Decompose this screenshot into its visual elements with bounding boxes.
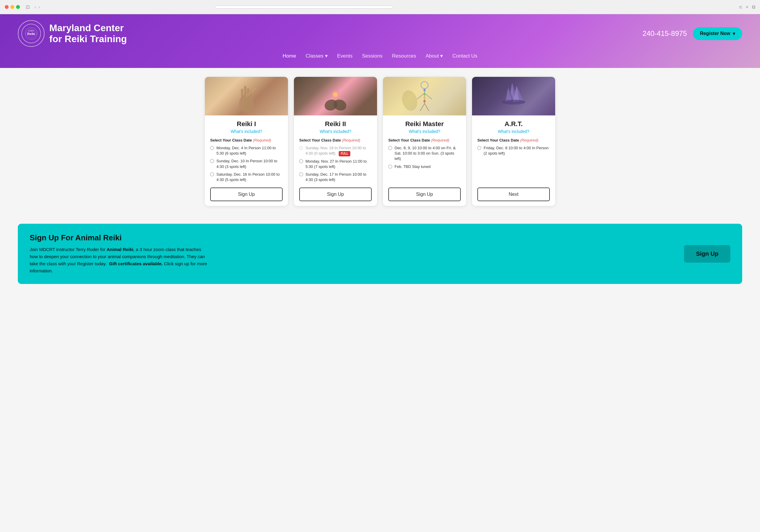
url-bar[interactable] (215, 6, 393, 9)
reiki2-title: Reiki II (299, 120, 372, 128)
nav-item-events[interactable]: Events (337, 53, 353, 59)
nav-item-home[interactable]: Home (283, 53, 296, 59)
reikimaster-option2[interactable]: Feb. TBD Stay tuned (388, 164, 461, 169)
reiki2-option1[interactable]: Sunday, Nov. 19 In Person 10:00 to 4:30 … (299, 145, 372, 156)
art-required: (Required) (520, 138, 538, 142)
header-right: 240-415-8975 Register Now ▾ (642, 27, 742, 40)
traffic-lights (5, 5, 20, 9)
svg-line-20 (425, 104, 429, 111)
reiki1-body: Reiki I What's included? Select Your Cla… (205, 115, 288, 206)
cards-section: Reiki I What's included? Select Your Cla… (0, 68, 760, 218)
reiki1-option2[interactable]: Sunday, Dec. 10 In Person 10:00 to 4:30 … (210, 158, 283, 169)
reiki1-image (205, 77, 288, 115)
tabs-overview-icon[interactable]: ⧉ (752, 4, 755, 10)
nav-item-contact[interactable]: Contact Us (452, 53, 477, 59)
register-now-button[interactable]: Register Now ▾ (693, 27, 742, 40)
reiki2-date-label: Select Your Class Date (Required) (299, 138, 372, 142)
art-body: A.R.T. What's included? Select Your Clas… (472, 115, 555, 206)
chevron-down-icon: ▾ (733, 31, 735, 36)
reikimaster-title: Reiki Master (388, 120, 461, 128)
forward-button[interactable]: › (38, 4, 40, 10)
animal-reiki-title: Sign Up For Animal Reiki (30, 233, 208, 243)
art-option1[interactable]: Friday, Dec. 8 10:00 to 4:00 In Person (… (477, 145, 550, 156)
logo-area: Learn Reiki Maryland Center for Reiki Tr… (18, 20, 127, 47)
svg-line-19 (420, 104, 425, 111)
svg-point-25 (401, 89, 419, 112)
svg-point-15 (421, 82, 428, 89)
svg-point-10 (332, 98, 348, 112)
site-title-line2: for Reiki Training (49, 33, 127, 45)
reiki2-options: Sunday, Nov. 19 In Person 10:00 to 4:30 … (299, 145, 372, 183)
browser-chrome: ⊡ ‹ › ⎋ + ⧉ (0, 0, 760, 14)
site-title-line1: Maryland Center (49, 22, 127, 33)
share-icon[interactable]: ⎋ (739, 4, 742, 10)
reiki2-body: Reiki II What's included? Select Your Cl… (294, 115, 377, 206)
reikimaster-image (383, 77, 466, 115)
reikimaster-required: (Required) (431, 138, 449, 142)
reikimaster-signup-button[interactable]: Sign Up (388, 188, 461, 201)
site-header: Learn Reiki Maryland Center for Reiki Tr… (0, 14, 760, 68)
minimize-button-tl[interactable] (10, 5, 14, 9)
logo-circle: Learn Reiki (18, 20, 45, 47)
nav-item-resources[interactable]: Resources (392, 53, 416, 59)
reiki2-image (294, 77, 377, 115)
svg-rect-6 (241, 89, 243, 102)
site-title: Maryland Center for Reiki Training (49, 22, 127, 45)
phone-number[interactable]: 240-415-8975 (642, 29, 687, 38)
svg-rect-4 (244, 86, 246, 102)
reikimaster-date-label: Select Your Class Date (Required) (388, 138, 461, 142)
animal-reiki-desc: Join MDCRT instructor Terry Roder for An… (30, 246, 208, 275)
svg-point-21 (423, 89, 426, 91)
reiki2-signup-button[interactable]: Sign Up (299, 188, 372, 201)
site-nav: Home Classes ▾ Events Sessions Resources… (18, 52, 742, 59)
reikimaster-card: Reiki Master What's included? Select You… (383, 77, 466, 206)
reiki1-options: Monday, Dec. 4 In Person 11:00 to 5:30 (… (210, 145, 283, 183)
back-button[interactable]: ‹ (34, 4, 36, 10)
reiki2-option2[interactable]: Monday, Nov. 27 In Person 11:00 to 5:30 … (299, 159, 372, 169)
close-button-tl[interactable] (5, 5, 9, 9)
art-next-button[interactable]: Next (477, 188, 550, 201)
full-badge: FULL (339, 151, 351, 156)
header-top: Learn Reiki Maryland Center for Reiki Tr… (18, 20, 742, 47)
art-options: Friday, Dec. 8 10:00 to 4:00 In Person (… (477, 145, 550, 183)
browser-nav: ‹ › (34, 4, 40, 10)
reiki1-card: Reiki I What's included? Select Your Cla… (205, 77, 288, 206)
reiki2-card: Reiki II What's included? Select Your Cl… (294, 77, 377, 206)
reiki2-option3[interactable]: Sunday, Dec. 17 In Person 10:00 to 4:30 … (299, 172, 372, 183)
reiki1-date-label: Select Your Class Date (Required) (210, 138, 283, 142)
logo-svg: Learn Reiki (21, 23, 42, 44)
svg-point-24 (423, 100, 426, 102)
reiki1-subtitle[interactable]: What's included? (210, 129, 283, 134)
sidebar-toggle-icon[interactable]: ⊡ (26, 4, 30, 10)
svg-point-23 (423, 96, 426, 99)
new-tab-icon[interactable]: + (746, 4, 748, 10)
nav-item-about[interactable]: About ▾ (426, 53, 443, 59)
art-subtitle[interactable]: What's included? (477, 129, 550, 134)
nav-item-classes[interactable]: Classes ▾ (306, 53, 327, 59)
reikimaster-option1[interactable]: Dec. 8, 9, 10 10:00 to 4:00 on Fri. & Sa… (388, 145, 461, 162)
website: Learn Reiki Maryland Center for Reiki Tr… (0, 14, 760, 532)
reiki1-option1[interactable]: Monday, Dec. 4 In Person 11:00 to 5:30 (… (210, 145, 283, 156)
art-card: A.R.T. What's included? Select Your Clas… (472, 77, 555, 206)
reiki1-required: (Required) (253, 138, 271, 142)
nav-item-sessions[interactable]: Sessions (362, 53, 383, 59)
maximize-button-tl[interactable] (16, 5, 20, 9)
browser-actions: ⎋ + ⧉ (739, 4, 755, 10)
art-date-label: Select Your Class Date (Required) (477, 138, 550, 142)
svg-point-32 (502, 100, 525, 105)
animal-reiki-section: Sign Up For Animal Reiki Join MDCRT inst… (18, 224, 742, 284)
reikimaster-subtitle[interactable]: What's included? (388, 129, 461, 134)
svg-point-14 (333, 92, 338, 97)
reikimaster-options: Dec. 8, 9, 10 10:00 to 4:00 on Fri. & Sa… (388, 145, 461, 183)
reiki1-signup-button[interactable]: Sign Up (210, 188, 283, 201)
animal-reiki-signup-button[interactable]: Sign Up (684, 245, 730, 263)
reiki2-subtitle[interactable]: What's included? (299, 129, 372, 134)
reiki1-option3[interactable]: Saturday, Dec. 16 In Person 10:00 to 4:3… (210, 172, 283, 183)
reikimaster-body: Reiki Master What's included? Select You… (383, 115, 466, 206)
art-image (472, 77, 555, 115)
svg-point-22 (423, 93, 426, 95)
reiki1-title: Reiki I (210, 120, 283, 128)
animal-reiki-text: Sign Up For Animal Reiki Join MDCRT inst… (30, 233, 208, 275)
reiki2-required: (Required) (342, 138, 360, 142)
art-title: A.R.T. (477, 120, 550, 128)
